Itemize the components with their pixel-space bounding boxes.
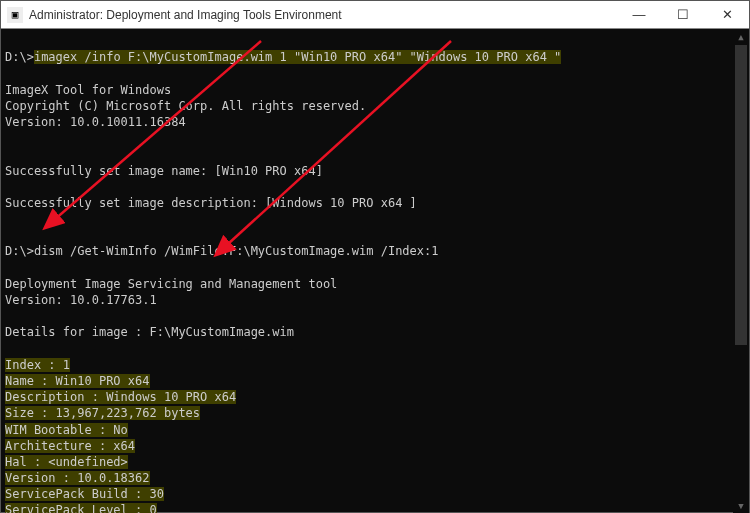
output-line: Details for image : F:\MyCustomImage.wim	[5, 325, 294, 339]
blank	[5, 180, 12, 194]
window-title: Administrator: Deployment and Imaging To…	[29, 8, 342, 22]
minimize-button[interactable]: —	[617, 1, 661, 28]
terminal-content[interactable]: D:\>imagex /info F:\MyCustomImage.wim 1 …	[1, 29, 749, 513]
window-controls: — ☐ ✕	[617, 1, 749, 28]
blank	[5, 228, 12, 242]
output-line: ImageX Tool for Windows	[5, 83, 171, 97]
output-line: D:\>dism /Get-WimInfo /WimFile:F:\MyCust…	[5, 244, 438, 258]
output-line: D:\>imagex /info F:\MyCustomImage.wim 1 …	[5, 50, 561, 64]
scroll-up-icon[interactable]: ▲	[733, 29, 749, 45]
console-window: ▣ Administrator: Deployment and Imaging …	[0, 0, 750, 513]
blank	[5, 131, 12, 145]
title-left: ▣ Administrator: Deployment and Imaging …	[1, 7, 342, 23]
blank	[5, 66, 12, 80]
close-button[interactable]: ✕	[705, 1, 749, 28]
output-line: Deployment Image Servicing and Managemen…	[5, 277, 337, 291]
blank	[5, 309, 12, 323]
scrollbar[interactable]: ▲ ▼	[733, 29, 749, 513]
scroll-thumb[interactable]	[735, 45, 747, 345]
blank	[5, 342, 12, 356]
blank	[5, 147, 12, 161]
info-block: Index : 1 Name : Win10 PRO x64 Descripti…	[5, 358, 243, 513]
output-line: Successfully set image name: [Win10 PRO …	[5, 164, 323, 178]
maximize-button[interactable]: ☐	[661, 1, 705, 28]
cmd1-hl: imagex /info F:\MyCustomImage.wim 1 "Win…	[34, 50, 561, 64]
titlebar[interactable]: ▣ Administrator: Deployment and Imaging …	[1, 1, 749, 29]
blank	[5, 261, 12, 275]
scroll-down-icon[interactable]: ▼	[733, 498, 749, 513]
output-line: Version: 10.0.17763.1	[5, 293, 157, 307]
scroll-track[interactable]	[733, 45, 749, 498]
cmd-icon: ▣	[7, 7, 23, 23]
blank	[5, 212, 12, 226]
output-line: Successfully set image description: [Win…	[5, 196, 417, 210]
output-line: Copyright (C) Microsoft Corp. All rights…	[5, 99, 366, 113]
output-line: Version: 10.0.10011.16384	[5, 115, 186, 129]
